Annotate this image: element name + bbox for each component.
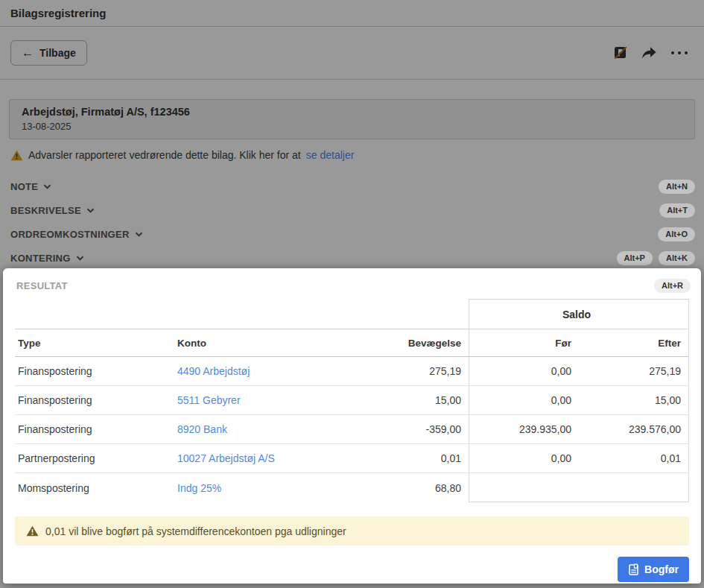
shortcut-badge-resultat: Alt+R xyxy=(654,279,691,293)
column-header-type: Type xyxy=(15,329,174,357)
resultat-panel: RESULTAT Alt+R Saldo Type Konto Bevægels… xyxy=(3,268,701,584)
system-difference-warning-text: 0,01 vil blive bogført på systemdifferen… xyxy=(45,525,346,537)
cell-bevaegelse: 275,19 xyxy=(338,357,469,386)
column-group-saldo: Saldo xyxy=(469,299,689,329)
konto-link[interactable]: 10027 Arbejdstøj A/S xyxy=(177,452,275,464)
shortcut-badge-kontering-k: Alt+K xyxy=(659,251,695,265)
system-difference-warning: 0,01 vil blive bogført på systemdifferen… xyxy=(15,516,689,546)
bogfoer-button-label: Bogfør xyxy=(644,563,679,575)
cell-type: Momspostering xyxy=(15,473,174,502)
cell-foer: 0,00 xyxy=(469,444,579,473)
konto-link[interactable]: 5511 Gebyrer xyxy=(177,394,241,406)
shortcut-badge-kontering-p: Alt+P xyxy=(617,251,653,265)
cell-efter: 239.576,00 xyxy=(579,415,689,444)
cell-foer: 0,00 xyxy=(469,386,579,415)
cell-efter: 15,00 xyxy=(579,386,689,415)
konto-link[interactable]: 4490 Arbejdstøj xyxy=(177,365,250,377)
result-table: Saldo Type Konto Bevægelse Før Efter Fin… xyxy=(15,299,689,502)
shortcut-badge-beskrivelse: Alt+T xyxy=(659,203,695,218)
column-header-konto: Konto xyxy=(174,329,338,357)
cell-bevaegelse: 68,80 xyxy=(338,473,469,502)
post-journal-icon xyxy=(628,563,639,576)
cell-type: Partnerpostering xyxy=(15,444,174,473)
cell-efter: 275,19 xyxy=(579,357,689,386)
cell-bevaegelse: 15,00 xyxy=(338,386,469,415)
shortcut-badge-note: Alt+N xyxy=(659,180,695,194)
column-header-foer: Før xyxy=(469,329,579,357)
cell-type: Finanspostering xyxy=(15,386,174,415)
cell-bevaegelse: -359,00 xyxy=(338,415,469,444)
cell-foer: 239.935,00 xyxy=(469,415,579,444)
column-header-efter: Efter xyxy=(579,329,689,357)
konto-link[interactable]: Indg 25% xyxy=(177,482,221,494)
bilagsregistrering-page: Bilagsregistrering ← Tilbage xyxy=(0,0,704,588)
bogfoer-button[interactable]: Bogfør xyxy=(618,557,689,582)
cell-foer xyxy=(469,473,579,502)
resultat-title: RESULTAT xyxy=(16,280,68,291)
warning-triangle-dark-icon xyxy=(26,525,39,537)
cell-bevaegelse: 0,01 xyxy=(338,444,469,473)
resultat-header: RESULTAT Alt+R xyxy=(12,277,692,293)
cell-type: Finanspostering xyxy=(15,415,174,444)
cell-efter: 0,01 xyxy=(579,444,689,473)
shortcut-badge-ordreomkostninger: Alt+O xyxy=(658,227,695,241)
konto-link[interactable]: 8920 Bank xyxy=(177,423,227,435)
cell-efter xyxy=(579,473,689,502)
cell-type: Finanspostering xyxy=(15,357,174,386)
resultat-footer: Bogfør xyxy=(15,557,689,582)
cell-foer: 0,00 xyxy=(469,357,579,386)
column-header-bevaegelse: Bevægelse xyxy=(338,329,469,357)
